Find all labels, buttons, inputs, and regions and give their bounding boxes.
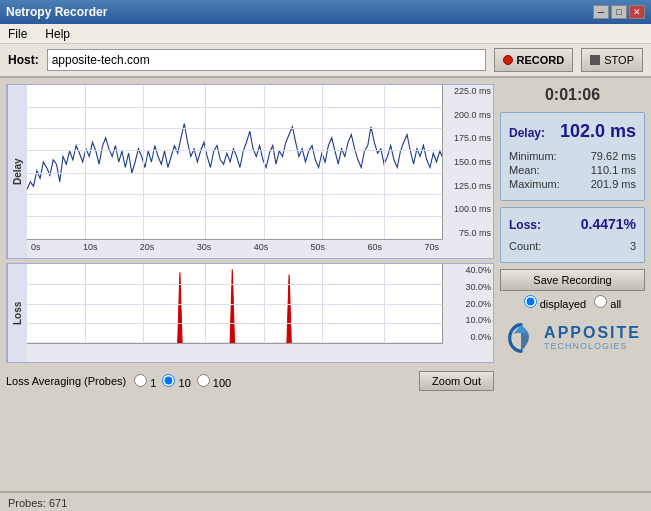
delay-x-axis: 0s 10s 20s 30s 40s 50s 60s 70s xyxy=(27,240,443,258)
probes-value: 671 xyxy=(49,497,67,509)
host-bar: Host: RECORD STOP xyxy=(0,44,651,78)
delay-min-row: Minimum: 79.62 ms xyxy=(509,150,636,162)
delay-chart-area xyxy=(27,85,443,240)
radio-all-input[interactable] xyxy=(594,295,607,308)
close-button[interactable]: ✕ xyxy=(629,5,645,19)
loss-y-axis: 40.0% 30.0% 20.0% 10.0% 0.0% xyxy=(443,264,493,344)
loss-count-value: 3 xyxy=(630,240,636,252)
radio-label-1[interactable]: 1 xyxy=(134,374,156,389)
loss-stats-header: Loss: 0.4471% xyxy=(509,216,636,236)
loss-chart-container: Loss xyxy=(6,263,494,363)
loss-main-value: 0.4471% xyxy=(581,216,636,232)
window-title: Netropy Recorder xyxy=(6,5,107,19)
loss-avg-label: Loss Averaging (Probes) xyxy=(6,375,126,387)
record-button[interactable]: RECORD xyxy=(494,48,574,72)
radio-100[interactable] xyxy=(197,374,210,387)
main-content: Delay 225.0 ms xyxy=(0,78,651,491)
delay-stats-header: Delay: 102.0 ms xyxy=(509,121,636,146)
radio-label-10[interactable]: 10 xyxy=(162,374,190,389)
status-bar: Probes: 671 xyxy=(0,491,651,511)
delay-main-value: 102.0 ms xyxy=(560,121,636,142)
svg-marker-2 xyxy=(230,269,234,343)
title-bar: Netropy Recorder ─ □ ✕ xyxy=(0,0,651,24)
radio-label-100[interactable]: 100 xyxy=(197,374,231,389)
menu-bar: File Help xyxy=(0,24,651,44)
delay-chart-label: Delay xyxy=(7,85,27,258)
delay-y-axis: 225.0 ms 200.0 ms 175.0 ms 150.0 ms 125.… xyxy=(443,85,493,240)
loss-stats-box: Loss: 0.4471% Count: 3 xyxy=(500,207,645,263)
recording-radio-group: displayed all xyxy=(500,295,645,310)
logo-area: APPOSITE TECHNOLOGIES xyxy=(500,316,645,360)
controls-bar: Loss Averaging (Probes) 1 10 100 Zoom Ou… xyxy=(6,367,494,395)
loss-stats-title: Loss: xyxy=(509,218,541,232)
delay-max-value: 201.9 ms xyxy=(591,178,636,190)
host-input[interactable] xyxy=(47,49,486,71)
maximize-button[interactable]: □ xyxy=(611,5,627,19)
recording-section: Save Recording displayed all xyxy=(500,269,645,310)
radio-all[interactable]: all xyxy=(594,295,621,310)
stop-square-icon xyxy=(590,55,600,65)
radio-displayed[interactable]: displayed xyxy=(524,295,587,310)
delay-mean-label: Mean: xyxy=(509,164,540,176)
delay-min-label: Minimum: xyxy=(509,150,557,162)
probes-label: Probes: xyxy=(8,497,46,509)
delay-max-label: Maximum: xyxy=(509,178,560,190)
radio-displayed-input[interactable] xyxy=(524,295,537,308)
delay-max-row: Maximum: 201.9 ms xyxy=(509,178,636,190)
menu-file[interactable]: File xyxy=(4,27,31,41)
logo-text: APPOSITE TECHNOLOGIES xyxy=(544,324,641,351)
apposite-logo-icon xyxy=(504,320,538,356)
loss-chart-area xyxy=(27,264,443,344)
logo-sub: TECHNOLOGIES xyxy=(544,342,641,352)
delay-min-value: 79.62 ms xyxy=(591,150,636,162)
delay-stats-title: Delay: xyxy=(509,126,545,140)
loss-count-label: Count: xyxy=(509,240,541,252)
svg-marker-3 xyxy=(287,275,291,343)
delay-mean-value: 110.1 ms xyxy=(591,164,636,176)
host-label: Host: xyxy=(8,53,39,67)
record-dot-icon xyxy=(503,55,513,65)
stop-button[interactable]: STOP xyxy=(581,48,643,72)
window-controls: ─ □ ✕ xyxy=(593,5,645,19)
delay-stats-box: Delay: 102.0 ms Minimum: 79.62 ms Mean: … xyxy=(500,112,645,201)
loss-x-axis xyxy=(27,344,443,362)
delay-mean-row: Mean: 110.1 ms xyxy=(509,164,636,176)
menu-help[interactable]: Help xyxy=(41,27,74,41)
left-panel: Delay 225.0 ms xyxy=(6,84,494,485)
radio-1[interactable] xyxy=(134,374,147,387)
timer-display: 0:01:06 xyxy=(500,84,645,106)
logo-name: APPOSITE xyxy=(544,324,641,342)
loss-avg-radio-group: 1 10 100 xyxy=(134,374,231,389)
zoom-out-button[interactable]: Zoom Out xyxy=(419,371,494,391)
minimize-button[interactable]: ─ xyxy=(593,5,609,19)
delay-chart-container: Delay 225.0 ms xyxy=(6,84,494,259)
loss-chart-label: Loss xyxy=(7,264,27,362)
radio-10[interactable] xyxy=(162,374,175,387)
right-panel: 0:01:06 Delay: 102.0 ms Minimum: 79.62 m… xyxy=(500,84,645,485)
loss-count-row: Count: 3 xyxy=(509,240,636,252)
save-recording-button[interactable]: Save Recording xyxy=(500,269,645,291)
